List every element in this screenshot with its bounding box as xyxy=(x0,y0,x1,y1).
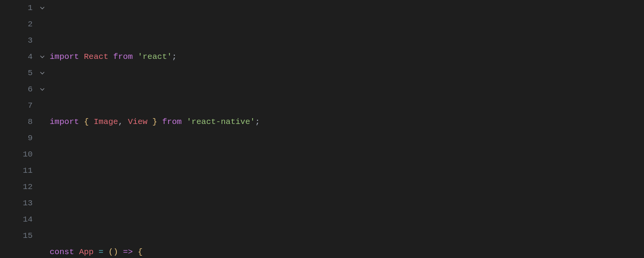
fold-gutter xyxy=(37,0,47,258)
code-line[interactable]: import { Image, View } from 'react-nativ… xyxy=(50,114,644,130)
code-line[interactable] xyxy=(50,179,644,195)
code-line[interactable]: import React from 'react'; xyxy=(50,49,644,65)
fold-toggle-icon[interactable] xyxy=(37,65,47,81)
line-number: 3 xyxy=(0,33,34,49)
keyword-import: import xyxy=(50,114,79,130)
line-number: 11 xyxy=(0,163,34,179)
line-number: 6 xyxy=(0,81,34,98)
identifier-image: Image xyxy=(93,114,118,130)
line-number: 12 xyxy=(0,179,34,195)
line-number: 7 xyxy=(0,98,34,114)
line-number: 15 xyxy=(0,228,34,244)
keyword-from: from xyxy=(162,114,182,130)
line-number: 1 xyxy=(0,0,34,16)
code-line[interactable]: const App = () => { xyxy=(50,244,644,258)
line-number: 9 xyxy=(0,130,34,146)
line-number: 2 xyxy=(0,16,34,33)
line-number: 8 xyxy=(0,114,34,130)
string-literal: 'react' xyxy=(138,49,172,65)
line-number: 4 xyxy=(0,49,34,65)
arrow-operator: => xyxy=(123,244,133,258)
line-number-gutter: 1 2 3 4 5 6 7 8 9 10 11 12 13 14 15 xyxy=(0,0,37,258)
line-number: 13 xyxy=(0,195,34,212)
identifier-view: View xyxy=(128,114,147,130)
fold-toggle-icon[interactable] xyxy=(37,0,47,16)
fold-toggle-icon[interactable] xyxy=(37,81,47,98)
identifier-app: App xyxy=(79,244,94,258)
keyword-const: const xyxy=(50,244,74,258)
string-literal: 'react-native' xyxy=(187,114,255,130)
keyword-import: import xyxy=(50,49,79,65)
identifier-react: React xyxy=(84,49,108,65)
code-editor[interactable]: 1 2 3 4 5 6 7 8 9 10 11 12 13 14 15 impo… xyxy=(0,0,644,258)
line-number: 5 xyxy=(0,65,34,81)
code-area[interactable]: import React from 'react'; import { Imag… xyxy=(47,0,644,258)
line-number: 10 xyxy=(0,146,34,163)
fold-toggle-icon[interactable] xyxy=(37,49,47,65)
line-number: 14 xyxy=(0,212,34,228)
keyword-from: from xyxy=(113,49,133,65)
